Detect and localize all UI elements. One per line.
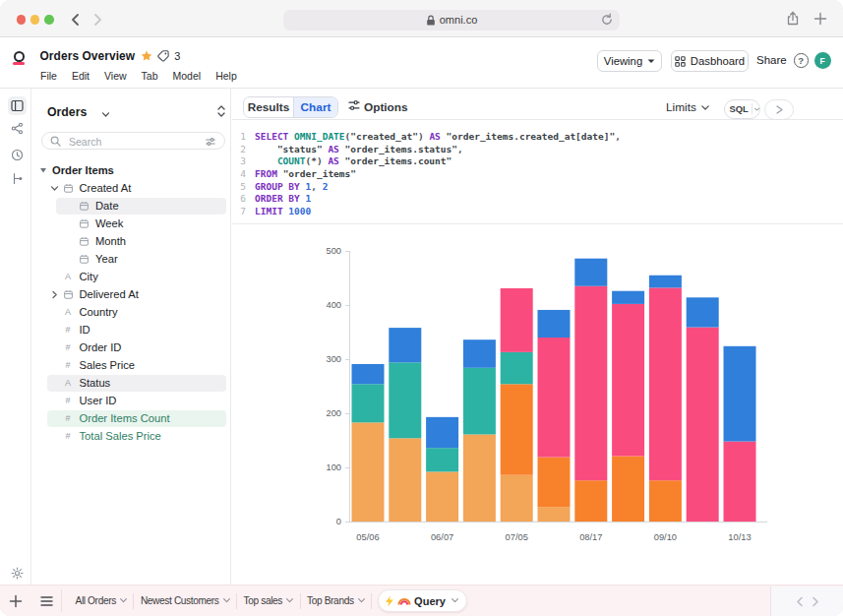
filter-icon[interactable] [206, 137, 215, 147]
field-row-week[interactable]: Week [31, 215, 231, 232]
scroll-left-icon[interactable] [796, 596, 804, 607]
menu-edit[interactable]: Edit [72, 70, 90, 85]
segment-teal[interactable] [352, 384, 385, 422]
segment-pink[interactable] [687, 328, 719, 522]
omni-logo-icon[interactable] [14, 51, 25, 62]
segment-teal[interactable] [501, 352, 533, 384]
history-clock-icon[interactable] [8, 146, 27, 164]
traffic-light-minimize[interactable] [30, 15, 39, 24]
model-caret-icon[interactable] [102, 112, 109, 117]
field-row-year[interactable]: Year [31, 250, 231, 268]
bar-6[interactable] [574, 259, 607, 522]
bar-1[interactable] [389, 328, 421, 522]
menu-tab[interactable]: Tab [142, 70, 158, 85]
bar-2[interactable] [426, 417, 458, 522]
field-row-total-sales-price[interactable]: #Total Sales Price [31, 427, 231, 445]
field-row-user-id[interactable]: #User ID [31, 392, 231, 409]
field-row-id[interactable]: #ID [31, 321, 231, 339]
segment-sandy[interactable] [352, 422, 385, 522]
field-row-created-at[interactable]: Created At [31, 179, 231, 197]
scroll-right-icon[interactable] [812, 596, 819, 607]
menu-view[interactable]: View [104, 70, 127, 85]
segment-pink[interactable] [724, 442, 756, 522]
segment-teal[interactable] [389, 362, 421, 438]
menu-model[interactable]: Model [173, 70, 202, 85]
segment-orange[interactable] [538, 458, 571, 508]
new-tab-icon[interactable] [813, 11, 828, 27]
segment-orange[interactable] [501, 384, 533, 474]
unfold-icon[interactable] [215, 104, 227, 118]
segment-pink[interactable] [574, 286, 607, 480]
field-row-order-id[interactable]: #Order ID [31, 339, 231, 356]
bar-5[interactable] [538, 310, 571, 522]
segment-blue[interactable] [724, 346, 756, 442]
avatar[interactable]: F [814, 52, 831, 69]
reload-icon[interactable] [600, 13, 614, 27]
menu-file[interactable]: File [40, 70, 57, 85]
collapse-caret-icon[interactable] [50, 288, 61, 299]
gear-icon[interactable] [8, 564, 27, 583]
segment-sandy[interactable] [538, 507, 571, 522]
segment-blue[interactable] [463, 339, 496, 368]
field-row-order-items-count[interactable]: #Order Items Count [31, 409, 231, 427]
segment-sandy[interactable] [389, 438, 421, 522]
bar-10[interactable] [724, 346, 756, 522]
add-tab-icon[interactable] [9, 594, 23, 608]
model-graph-icon[interactable] [8, 119, 27, 138]
expand-caret-icon[interactable] [39, 164, 50, 175]
field-row-delivered-at[interactable]: Delivered At [31, 285, 231, 303]
tab-chart[interactable]: Chart [294, 97, 337, 117]
bar-3[interactable] [463, 339, 496, 522]
field-row-sales-price[interactable]: #Sales Price [31, 356, 231, 374]
chart-canvas[interactable]: 010020030040050005/0606/0707/0508/1709/1… [231, 224, 843, 585]
segment-sandy[interactable] [463, 434, 496, 522]
back-icon[interactable] [68, 12, 84, 28]
share-button[interactable]: Share [756, 54, 787, 66]
limits-button[interactable]: Limits [666, 100, 709, 114]
segment-pink[interactable] [612, 304, 644, 457]
traffic-light-close[interactable] [17, 15, 26, 24]
segment-teal[interactable] [426, 448, 458, 471]
segment-blue[interactable] [538, 310, 571, 338]
segment-pink[interactable] [501, 288, 533, 352]
segment-pink[interactable] [649, 287, 682, 480]
segment-orange[interactable] [649, 480, 682, 522]
run-button[interactable] [764, 99, 794, 120]
segment-orange[interactable] [612, 456, 644, 522]
branch-icon[interactable] [8, 169, 27, 188]
segment-blue[interactable] [426, 417, 458, 448]
sql-editor[interactable]: 1SELECT OMNI_DATE("created_at") AS "orde… [232, 120, 843, 224]
segment-pink[interactable] [538, 338, 571, 458]
options-sliders-icon[interactable] [348, 99, 360, 111]
segment-blue[interactable] [389, 328, 421, 362]
expand-caret-icon[interactable] [50, 182, 61, 193]
tag-icon[interactable] [157, 50, 169, 62]
segment-blue[interactable] [687, 297, 719, 327]
version-count[interactable]: 3 [174, 50, 180, 62]
segment-teal[interactable] [463, 368, 496, 435]
document-title[interactable]: Orders Overview [40, 49, 136, 63]
segment-blue[interactable] [612, 291, 644, 304]
bottom-tab-newest-customers[interactable]: Newest Customers [134, 595, 236, 606]
options-button[interactable]: Options [364, 100, 408, 114]
field-row-date[interactable]: Date [31, 197, 231, 215]
bottom-tab-all-orders[interactable]: All Orders [69, 595, 133, 606]
bar-7[interactable] [612, 291, 644, 522]
field-row-city[interactable]: ACity [31, 268, 231, 285]
bar-9[interactable] [687, 297, 719, 522]
dashboard-button[interactable]: Dasbhoard [671, 50, 749, 72]
segment-blue[interactable] [574, 259, 607, 286]
viewing-button[interactable]: Viewing [597, 50, 662, 72]
search-input[interactable]: Search [41, 132, 225, 151]
panel-icon[interactable] [8, 96, 27, 115]
field-row-status[interactable]: AStatus [31, 374, 231, 392]
help-icon[interactable]: ? [794, 53, 809, 68]
forward-icon[interactable] [90, 12, 105, 28]
share-page-icon[interactable] [785, 11, 801, 27]
star-icon[interactable] [141, 50, 152, 62]
field-row-country[interactable]: ACountry [31, 303, 231, 321]
menu-help[interactable]: Help [215, 70, 237, 85]
bottom-tab-top-brands[interactable]: Top Brands [301, 595, 372, 606]
bar-0[interactable] [352, 364, 385, 522]
tab-results[interactable]: Results [244, 97, 294, 117]
